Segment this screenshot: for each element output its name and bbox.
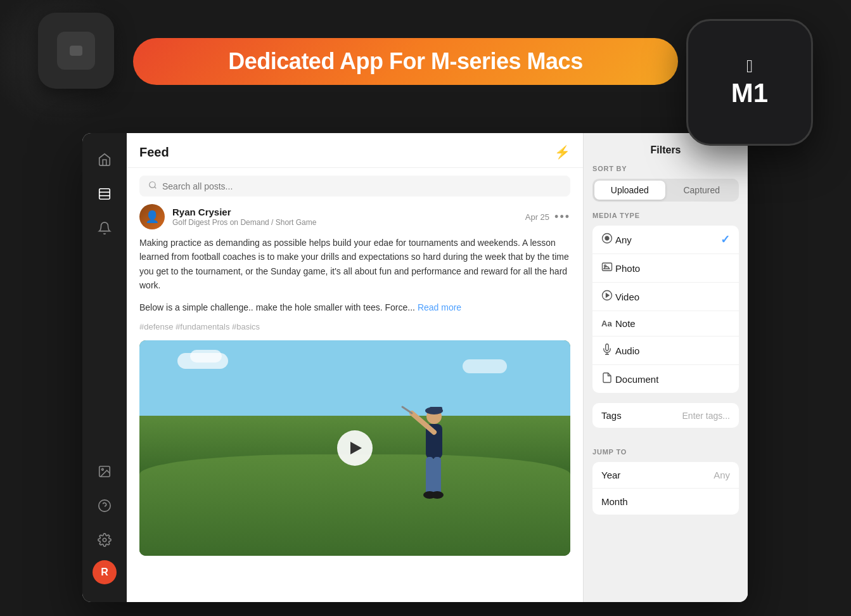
tags-label: Tags <box>601 410 622 421</box>
sidebar: R <box>82 133 127 602</box>
sidebar-item-settings[interactable] <box>91 526 118 554</box>
post-author-name: Ryan Crysier <box>172 207 316 217</box>
cloud-2 <box>190 350 222 363</box>
avatar-image: 👤 <box>139 204 165 229</box>
feed-content: Feed ⚡ 👤 Ryan Crysier <box>127 133 583 602</box>
feed-title: Feed <box>139 145 169 160</box>
post-channel: Golf Digest Pros on Demand / Short Game <box>172 218 316 227</box>
note-icon: Aa <box>601 319 615 328</box>
promotional-banner: Dedicated App For M-series Macs <box>133 38 678 85</box>
svg-point-7 <box>103 538 106 542</box>
search-input[interactable] <box>162 181 561 191</box>
jump-to-month[interactable]: Month <box>592 489 739 515</box>
year-label: Year <box>601 470 620 480</box>
post-body-text-2: Below is a simple challenge.. make the h… <box>139 300 570 314</box>
tags-input-placeholder[interactable]: Enter tags... <box>682 411 730 421</box>
media-type-list: Any ✓ Photo <box>592 226 739 393</box>
read-more-link[interactable]: Read more <box>418 302 461 312</box>
cloud-3 <box>463 359 507 373</box>
jump-to-label: JUMP TO <box>592 448 739 456</box>
lightning-icon[interactable]: ⚡ <box>554 144 570 160</box>
media-type-note[interactable]: Aa Note <box>592 311 739 337</box>
sidebar-item-feed[interactable] <box>91 180 118 208</box>
m1-chip-decoration:  M1 <box>686 19 813 146</box>
sidebar-item-notifications[interactable] <box>91 214 118 242</box>
sort-captured-button[interactable]: Captured <box>667 181 738 200</box>
banner-text: Dedicated App For M-series Macs <box>228 48 582 75</box>
tags-section: Tags Enter tags... <box>584 403 748 448</box>
media-type-any[interactable]: Any ✓ <box>592 226 739 254</box>
post-date: Apr 25 <box>525 212 549 222</box>
audio-icon <box>601 343 615 357</box>
media-type-audio[interactable]: Audio <box>592 337 739 365</box>
any-label: Any <box>615 234 720 245</box>
post-video-thumbnail[interactable] <box>139 340 570 556</box>
post-author-info: Ryan Crysier Golf Digest Pros on Demand … <box>172 207 316 227</box>
sort-uploaded-button[interactable]: Uploaded <box>594 181 665 200</box>
post-container: 👤 Ryan Crysier Golf Digest Pros on Deman… <box>127 204 583 602</box>
play-icon <box>350 442 362 454</box>
svg-line-9 <box>155 187 157 189</box>
svg-rect-0 <box>99 189 110 200</box>
video-label: Video <box>615 292 730 302</box>
year-value: Any <box>713 470 730 480</box>
hills <box>139 454 570 556</box>
jump-to-list: Year Any Month <box>592 462 739 515</box>
sidebar-item-help[interactable] <box>91 492 118 520</box>
photo-icon <box>601 261 615 275</box>
jump-to-section: JUMP TO Year Any Month <box>584 448 748 525</box>
apple-logo-icon:  <box>746 56 753 77</box>
audio-label: Audio <box>615 345 730 356</box>
post-more-button[interactable]: ••• <box>554 210 570 224</box>
app-icon-decoration <box>38 13 114 89</box>
svg-rect-16 <box>426 457 433 495</box>
month-label: Month <box>601 496 628 507</box>
jump-to-year[interactable]: Year Any <box>592 462 739 489</box>
tags-row: Tags Enter tags... <box>592 403 739 428</box>
play-button[interactable] <box>337 430 373 466</box>
document-label: Document <box>615 374 730 385</box>
media-type-video[interactable]: Video <box>592 283 739 311</box>
any-icon <box>601 233 615 247</box>
post-avatar: 👤 <box>139 204 165 229</box>
user-avatar[interactable]: R <box>93 560 117 584</box>
svg-point-8 <box>150 182 155 188</box>
media-type-document[interactable]: Document <box>592 365 739 393</box>
sort-by-label: SORT BY <box>592 165 739 172</box>
post-header: 👤 Ryan Crysier Golf Digest Pros on Deman… <box>139 204 570 229</box>
search-bar <box>139 176 570 196</box>
any-checkmark: ✓ <box>720 233 730 247</box>
search-icon <box>148 181 157 191</box>
svg-point-5 <box>99 500 110 511</box>
photo-label: Photo <box>615 263 730 274</box>
svg-line-15 <box>402 407 412 413</box>
svg-point-4 <box>101 468 103 470</box>
svg-marker-25 <box>606 293 610 297</box>
svg-point-19 <box>431 491 444 499</box>
svg-point-21 <box>605 236 609 240</box>
post-tags: #defense #fundamentals #basics <box>139 322 570 331</box>
note-label: Note <box>615 318 730 329</box>
media-type-section: MEDIA TYPE Any ✓ <box>584 212 748 403</box>
post-author-row: 👤 Ryan Crysier Golf Digest Pros on Deman… <box>139 204 316 229</box>
video-icon <box>601 290 615 304</box>
sort-buttons-group: Uploaded Captured <box>592 179 739 202</box>
chip-label: M1 <box>731 78 768 108</box>
sidebar-item-home[interactable] <box>91 146 118 174</box>
svg-rect-17 <box>433 457 441 495</box>
media-type-label: MEDIA TYPE <box>592 212 739 219</box>
post-body-text: Making practice as demanding as possible… <box>139 236 570 293</box>
sort-by-section: SORT BY Uploaded Captured <box>584 165 748 212</box>
media-type-photo[interactable]: Photo <box>592 254 739 283</box>
sidebar-item-gallery[interactable] <box>91 458 118 485</box>
golfer-figure <box>399 404 456 511</box>
filters-panel: Filters SORT BY Uploaded Captured MEDIA … <box>583 133 748 602</box>
feed-header: Feed ⚡ <box>127 133 583 168</box>
app-window: R Feed ⚡ 👤 <box>82 133 748 602</box>
document-icon <box>601 372 615 386</box>
svg-rect-12 <box>430 407 442 412</box>
post-date-row: Apr 25 ••• <box>525 210 570 224</box>
